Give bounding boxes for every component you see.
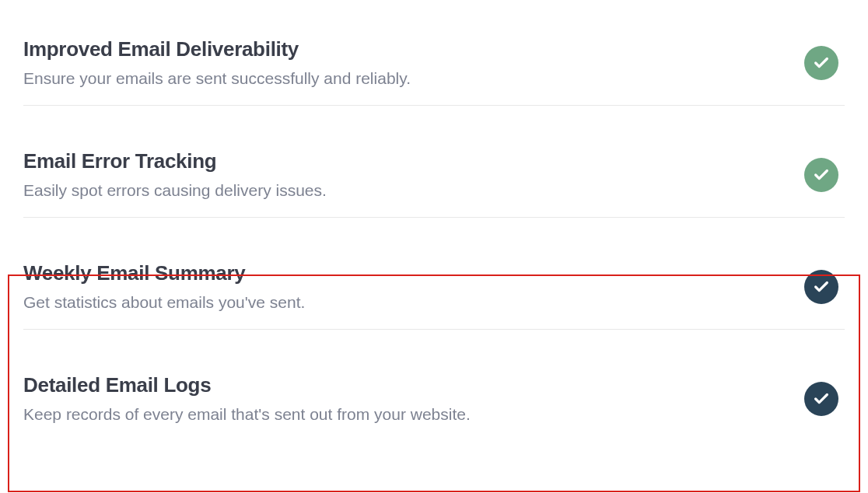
checkmark-icon — [804, 382, 838, 416]
feature-title: Weekly Email Summary — [23, 261, 804, 285]
feature-text: Weekly Email Summary Get statistics abou… — [23, 261, 804, 312]
feature-title: Email Error Tracking — [23, 149, 804, 173]
feature-text: Improved Email Deliverability Ensure you… — [23, 37, 804, 88]
feature-title: Improved Email Deliverability — [23, 37, 804, 61]
feature-description: Easily spot errors causing delivery issu… — [23, 181, 804, 200]
feature-item-email-logs: Detailed Email Logs Keep records of ever… — [23, 359, 845, 430]
feature-item-deliverability: Improved Email Deliverability Ensure you… — [23, 23, 845, 106]
feature-description: Ensure your emails are sent successfully… — [23, 69, 804, 88]
feature-text: Detailed Email Logs Keep records of ever… — [23, 373, 804, 424]
feature-text: Email Error Tracking Easily spot errors … — [23, 149, 804, 200]
feature-item-weekly-summary: Weekly Email Summary Get statistics abou… — [23, 247, 845, 330]
feature-list: Improved Email Deliverability Ensure you… — [0, 0, 868, 430]
feature-item-error-tracking: Email Error Tracking Easily spot errors … — [23, 135, 845, 218]
checkmark-icon — [804, 270, 838, 304]
checkmark-icon — [804, 46, 838, 80]
feature-description: Keep records of every email that's sent … — [23, 405, 804, 424]
feature-description: Get statistics about emails you've sent. — [23, 293, 804, 312]
feature-title: Detailed Email Logs — [23, 373, 804, 397]
checkmark-icon — [804, 158, 838, 192]
